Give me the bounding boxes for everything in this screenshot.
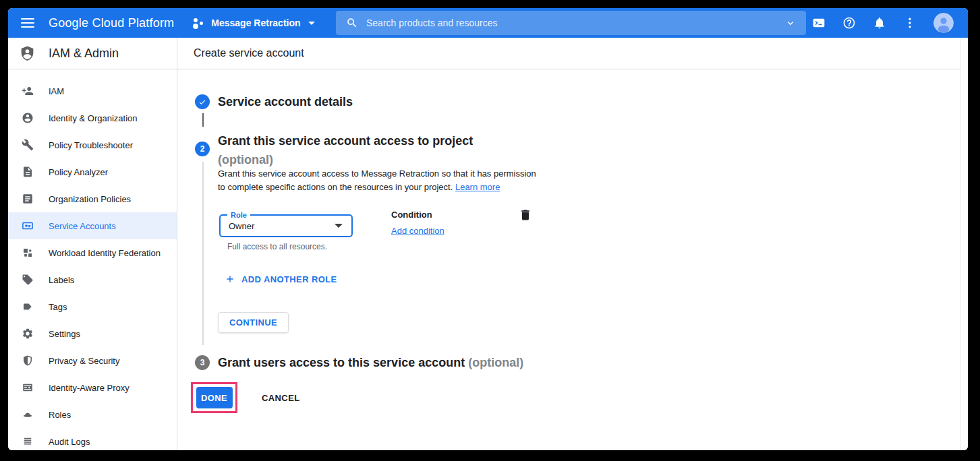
- sidebar-item-roles[interactable]: Roles: [8, 401, 177, 428]
- sidebar-item-label: Labels: [49, 275, 74, 285]
- role-helper-text: Full access to all resources.: [227, 242, 327, 251]
- wrench-icon: [22, 139, 34, 151]
- person-add-icon: [22, 85, 34, 97]
- add-condition-link[interactable]: Add condition: [391, 226, 444, 236]
- sidebar-item-iam[interactable]: IAM: [8, 78, 177, 104]
- step1-completed-check-icon: [195, 94, 210, 109]
- sidebar-item-privacy-security[interactable]: Privacy & Security: [8, 347, 177, 374]
- condition-label: Condition: [391, 210, 432, 220]
- sidebar-item-settings[interactable]: Settings: [8, 320, 177, 347]
- form-actions: DONE CANCEL: [191, 382, 300, 413]
- step-connector: [202, 113, 204, 127]
- step1-title[interactable]: Service account details: [218, 92, 353, 111]
- create-service-account-form: Service account details 2 Grant this ser…: [177, 69, 960, 450]
- sidebar-item-label: Organization Policies: [49, 194, 131, 204]
- sidebar-item-audit-logs[interactable]: Audit Logs: [8, 428, 177, 450]
- iam-admin-shield-icon: [19, 45, 36, 62]
- label-tag-icon: [22, 274, 34, 286]
- delete-role-button[interactable]: [519, 208, 535, 224]
- chevron-down-icon: [308, 22, 315, 25]
- search-bar[interactable]: [336, 11, 806, 35]
- step3-circle: 3: [195, 355, 210, 370]
- step3-number: 3: [200, 358, 205, 367]
- search-expand-chevron-icon[interactable]: [784, 17, 797, 29]
- document-check-icon: [22, 166, 34, 178]
- sidebar-item-label: Privacy & Security: [49, 356, 119, 366]
- step2-optional-label: (optional): [218, 150, 473, 169]
- continue-button[interactable]: CONTINUE: [218, 312, 289, 333]
- sidebar-item-label: Policy Troubleshooter: [49, 140, 133, 150]
- cancel-button[interactable]: CANCEL: [262, 393, 300, 403]
- sidebar-item-identity-organization[interactable]: Identity & Organization: [8, 104, 177, 131]
- gear-icon: [22, 328, 34, 340]
- sidebar-item-label: Service Accounts: [49, 221, 116, 231]
- learn-more-link[interactable]: Learn more: [455, 182, 500, 192]
- person-circle-icon: [22, 112, 34, 124]
- more-vert-icon[interactable]: [903, 16, 917, 30]
- help-icon[interactable]: [842, 16, 856, 30]
- sidebar-item-label: Roles: [49, 410, 71, 420]
- sidebar-item-labels[interactable]: Labels: [8, 266, 177, 293]
- list-lines-icon: [22, 435, 34, 448]
- sidebar-item-service-accounts[interactable]: Service Accounts: [8, 212, 177, 239]
- search-input[interactable]: [366, 18, 784, 28]
- sidebar-item-label: Identity-Aware Proxy: [49, 383, 129, 393]
- sidebar-item-organization-policies[interactable]: Organization Policies: [8, 185, 177, 212]
- sidebar-item-workload-identity-federation[interactable]: Workload Identity Federation: [8, 239, 177, 266]
- sidebar-item-tags[interactable]: Tags: [8, 293, 177, 320]
- sidebar-item-policy-analyzer[interactable]: Policy Analyzer: [8, 158, 177, 185]
- step3-optional-label: (optional): [468, 356, 523, 369]
- top-app-bar: Google Cloud Platform Message Retraction: [8, 8, 968, 38]
- page-title: Create service account: [194, 47, 304, 59]
- step2-number: 2: [200, 144, 205, 154]
- step2-circle: 2: [195, 142, 210, 156]
- gcp-logo[interactable]: Google Cloud Platform: [49, 16, 174, 30]
- squares-grid-icon: [22, 247, 34, 259]
- project-selector[interactable]: Message Retraction: [192, 16, 314, 30]
- sidebar-item-label: Settings: [49, 329, 80, 339]
- shield-icon: [22, 355, 34, 367]
- tag-arrow-icon: [22, 301, 34, 313]
- page-header: Create service account: [177, 38, 968, 69]
- sidebar-item-label: Audit Logs: [49, 437, 90, 447]
- sidebar-title: IAM & Admin: [49, 47, 119, 61]
- layered-card-icon: [22, 381, 34, 394]
- done-button[interactable]: DONE: [196, 387, 233, 408]
- avatar[interactable]: [933, 13, 954, 33]
- annotation-highlight-box: DONE: [191, 382, 237, 413]
- hat-icon: [22, 408, 34, 421]
- vertical-scrollbar[interactable]: [960, 38, 968, 450]
- document-list-icon: [22, 193, 34, 205]
- sidebar-item-label: Workload Identity Federation: [49, 248, 161, 258]
- role-select[interactable]: Role Owner: [219, 214, 353, 237]
- step3-title[interactable]: Grant users access to this service accou…: [218, 356, 465, 369]
- step-connector: [202, 162, 204, 345]
- sidebar-item-identity-aware-proxy[interactable]: Identity-Aware Proxy: [8, 374, 177, 401]
- sidebar-item-label: Identity & Organization: [49, 113, 138, 123]
- topbar-actions: [812, 8, 968, 38]
- add-another-role-label: ADD ANOTHER ROLE: [241, 274, 337, 284]
- notifications-bell-icon[interactable]: [873, 16, 886, 30]
- sidebar-item-label: Tags: [49, 302, 67, 312]
- plus-icon: [225, 274, 235, 284]
- trash-icon: [519, 208, 532, 222]
- gcp-console-window: Google Cloud Platform Message Retraction…: [8, 8, 968, 450]
- step2-title: Grant this service account access to pro…: [218, 131, 473, 150]
- role-field-label: Role: [227, 210, 250, 220]
- sidebar-nav: IAM Identity & Organization Policy Troub…: [8, 69, 177, 450]
- menu-icon[interactable]: [20, 15, 36, 31]
- dropdown-arrow-icon: [335, 224, 343, 228]
- project-icon: [192, 16, 205, 30]
- sidebar-item-label: Policy Analyzer: [49, 167, 108, 177]
- service-account-key-icon: [22, 220, 34, 232]
- sidebar-item-policy-troubleshooter[interactable]: Policy Troubleshooter: [8, 131, 177, 158]
- project-name: Message Retraction: [211, 18, 300, 28]
- role-selected-value: Owner: [229, 221, 335, 231]
- search-icon: [346, 17, 358, 29]
- sidebar-item-label: IAM: [49, 86, 64, 96]
- sidebar-header: IAM & Admin: [8, 38, 177, 69]
- cloud-shell-icon[interactable]: [812, 16, 826, 30]
- add-another-role-button[interactable]: ADD ANOTHER ROLE: [225, 274, 337, 284]
